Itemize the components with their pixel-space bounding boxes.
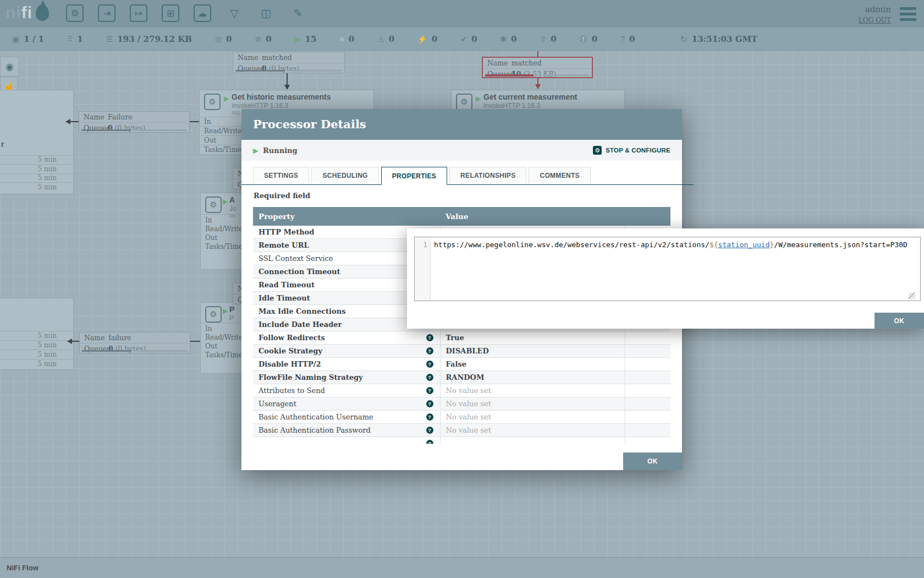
invalid-icon: ⚠ [377,35,384,43]
value-column-header: Value [440,212,625,221]
run-status-icon: ▶ [224,95,229,102]
dialog-status-row: ▶ Running ⚙ STOP & CONFIGURE [241,140,682,161]
table-row: FlowFile Naming Strategy?RANDOM [253,371,670,384]
compass-icon: ◉ [6,61,14,73]
connection-label-matched-backpressure[interactable]: Namematched Queued10 (2.53 KB) [482,57,593,78]
output-port-tool-icon[interactable]: ↦ [130,4,147,22]
processor-icon: ⚙ [204,94,221,110]
refresh-icon[interactable]: ↻ [680,34,687,45]
stale-status: ⇧0 [540,34,557,44]
help-icon[interactable]: ? [426,440,433,444]
connection-line-alert [537,51,538,57]
table-row: Basic Authentication Password?No value s… [253,424,670,437]
partial-processor-left-top[interactable]: r 5 min 5 min 5 min 5 min [0,90,74,194]
help-icon[interactable]: ? [426,361,433,368]
tab-scheduling[interactable]: SCHEDULING [311,167,378,184]
process-group-tool-icon[interactable]: ⊞ [162,4,179,22]
el-parameter: station_uuid [718,241,770,249]
stopped-status: ■0 [339,34,354,44]
dialog-title: Processor Details [253,117,366,131]
template-tool-icon[interactable]: ◫ [257,4,275,22]
processor-type: InvokeHTTP 1.16.3 [232,102,288,110]
running-icon: ▶ [253,146,258,155]
component-toolbar: ⚙ ⇥ ↦ ⊞ ☁ ▽ ◫ ✎ [66,4,307,22]
processor-tool-icon[interactable]: ⚙ [66,4,84,22]
property-value-editor: 1 https://www.pegelonline.wsv.de/webserv… [407,228,924,329]
queued-icon: ☰ [106,35,113,43]
logout-link[interactable]: LOG OUT [859,17,891,24]
value-editor-textarea[interactable]: 1 https://www.pegelonline.wsv.de/webserv… [414,237,921,301]
app-header: nifi ⚙ ⇥ ↦ ⊞ ☁ ▽ ◫ ✎ admin LOG OUT [0,0,924,28]
active-threads-status: ⠿1 [67,34,83,44]
transmitting-icon: ◎ [215,35,222,43]
help-icon[interactable]: ? [426,413,433,421]
unknown-version-status: ?0 [620,34,635,44]
dialog-header: Processor Details [241,109,682,140]
value-editor-code[interactable]: https://www.pegelonline.wsv.de/webservic… [431,237,920,301]
help-icon[interactable]: ? [426,400,433,407]
partial-processor-left-bottom[interactable]: 5 min 5 min 5 min 5 min [0,298,74,370]
stopped-icon: ■ [339,35,344,43]
funnel-tool-icon[interactable]: ▽ [226,4,243,22]
table-header: Property Value [253,207,670,226]
resize-handle[interactable] [909,293,915,299]
nifi-logo: nifi [6,3,49,22]
processor-type: InvokeHTTP 1.16.3 [483,102,540,110]
locally-modified-icon: ✱ [500,35,507,43]
run-status-icon: ▶ [223,198,228,205]
navigate-palette-button[interactable]: ◉ [0,57,19,77]
help-icon[interactable]: ? [426,347,433,355]
refresh-group[interactable]: ↻ 13:51:03 GMT [680,34,757,45]
tab-settings[interactable]: SETTINGS [253,167,309,184]
invalid-status: ⚠0 [377,34,394,44]
disabled-status: ⚡0 [417,34,437,44]
table-row: Cookie Strategy?DISABLED [253,345,670,358]
connection-label-matched[interactable]: Namematched Queued0 (0 bytes) [233,52,345,73]
remote-process-group-tool-icon[interactable]: ☁ [194,4,211,22]
help-icon[interactable]: ? [426,387,433,394]
help-icon[interactable]: ? [426,427,433,434]
table-row: Useragent?No value set [253,397,670,411]
input-port-tool-icon[interactable]: ⇥ [98,4,116,22]
tab-relationships[interactable]: RELATIONSHIPS [449,167,526,184]
processor-name: Get historic measurements [232,92,331,101]
connection-arrow [65,119,70,124]
connection-label-failure-lower[interactable]: Namefailure Queued0 (0 bytes) [79,332,190,353]
question-icon: ? [620,35,625,43]
connection-arrow [67,339,72,344]
breadcrumb[interactable]: NiFi Flow [7,564,38,572]
connection-label-failure[interactable]: NameFailure Queued0 (0 bytes) [79,111,190,133]
stop-and-configure-button[interactable]: ⚙ STOP & CONFIGURE [593,146,670,155]
cluster-icon: ▣ [12,35,19,43]
dialog-ok-button[interactable]: OK [623,452,682,470]
queued-status: ☰193 / 279.12 KB [106,34,192,44]
connection-line [72,341,79,342]
processor-icon: ⚙ [205,197,222,213]
breadcrumb-bar: NiFi Flow [0,557,924,578]
table-row: Basic Authentication Username?No value s… [253,411,670,424]
flow-status-bar: ▣1 / 1 ⠿1 ☰193 / 279.12 KB ◎0 ⊘0 ▶15 ■0 … [0,28,924,51]
processor-icon: ⚙ [456,94,472,110]
help-icon[interactable]: ? [426,374,433,381]
threads-icon: ⠿ [67,35,73,43]
stale-icon: ⇧ [540,35,547,43]
sync-failure-status: !0 [580,34,597,44]
table-row: Disable HTTP/2?False [253,358,670,371]
tab-comments[interactable]: COMMENTS [529,167,590,184]
connection-arrow-alert [535,84,541,89]
table-row-partial: ? [253,437,670,444]
not-transmitting-icon: ⊘ [255,35,262,43]
label-tool-icon[interactable]: ✎ [289,4,307,22]
transmitting-status: ◎0 [215,34,232,44]
el-open-bracket: ${ [710,241,718,249]
connection-arrow [284,85,290,90]
nifi-screen: nifi ⚙ ⇥ ↦ ⊞ ☁ ▽ ◫ ✎ admin LOG OUT ▣1 / … [0,0,924,578]
nifi-drop-icon [36,4,49,21]
required-field-note: Required field [254,192,310,200]
editor-ok-button[interactable]: OK [875,313,924,329]
tab-properties[interactable]: PROPERTIES [381,167,447,185]
help-icon[interactable]: ? [426,334,433,341]
global-menu-button[interactable] [900,7,916,24]
dialog-tabs: SETTINGS SCHEDULING PROPERTIES RELATIONS… [241,167,694,185]
current-user: admin [859,4,891,14]
